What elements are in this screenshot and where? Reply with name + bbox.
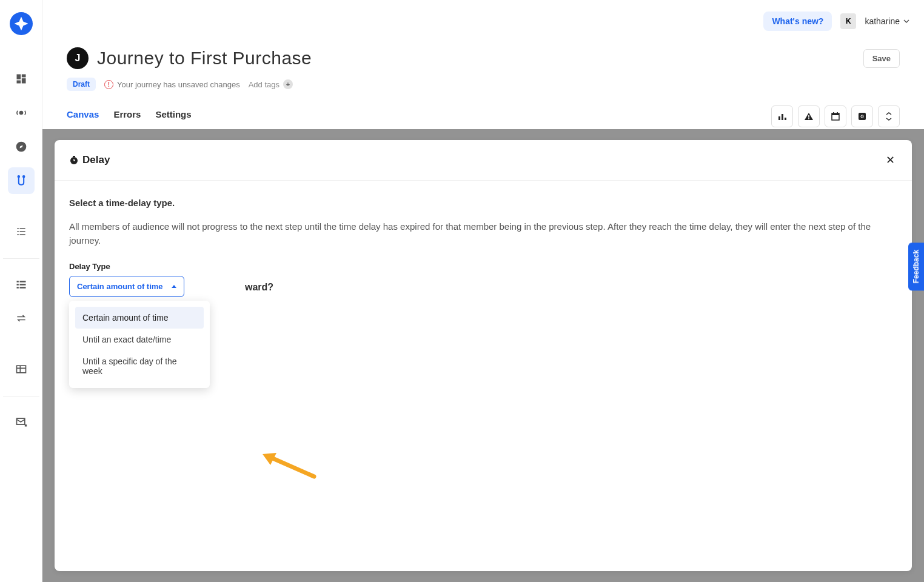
tool-collapse[interactable] <box>878 105 900 127</box>
svg-rect-16 <box>778 116 780 120</box>
nav-compass[interactable] <box>8 133 35 160</box>
page-header: J Journey to First Purchase Save Draft !… <box>42 42 924 130</box>
svg-rect-3 <box>16 81 21 84</box>
tab-errors[interactable]: Errors <box>113 109 141 127</box>
delay-type-label: Delay Type <box>69 262 897 271</box>
plus-icon: + <box>283 79 293 89</box>
nav-journeys[interactable] <box>8 167 35 194</box>
topbar: What's new? K katharine <box>42 0 924 42</box>
user-menu[interactable]: katharine <box>865 16 909 26</box>
canvas-toolbar <box>771 105 900 130</box>
warning-triangle-icon <box>804 112 814 121</box>
delay-panel: Delay ✕ Select a time-delay type. All me… <box>55 140 912 571</box>
canvas-area: Delay ✕ Select a time-delay type. All me… <box>42 129 924 582</box>
svg-point-6 <box>18 176 19 178</box>
nav-broadcast[interactable] <box>8 99 35 126</box>
svg-rect-28 <box>73 156 75 157</box>
nav-divider <box>3 258 39 259</box>
tool-calendar[interactable] <box>825 105 846 127</box>
app-logo[interactable] <box>10 12 33 35</box>
sidebar <box>0 0 42 582</box>
svg-rect-22 <box>832 113 839 115</box>
svg-rect-9 <box>19 281 25 283</box>
svg-rect-13 <box>19 287 25 289</box>
panel-prompt: Select a time-delay type. <box>69 198 897 208</box>
panel-title-text: Delay <box>82 154 110 166</box>
user-name-label: katharine <box>865 16 900 26</box>
unsaved-text: Your journey has unsaved changes <box>117 80 240 89</box>
tabs: Canvas Errors Settings <box>67 109 192 127</box>
nav-list-1[interactable] <box>8 218 35 245</box>
panel-title: Delay <box>69 154 110 166</box>
svg-rect-20 <box>808 118 809 119</box>
dropdown-option-2[interactable]: Until a specific day of the week <box>75 350 204 382</box>
nav-dashboard[interactable] <box>8 65 35 92</box>
dropdown-option-1[interactable]: Until an exact date/time <box>75 329 204 350</box>
tool-stats[interactable] <box>771 105 793 127</box>
svg-rect-18 <box>785 118 786 120</box>
feedback-tab[interactable]: Feedback <box>908 242 924 290</box>
svg-rect-1 <box>21 75 25 78</box>
delay-type-dropdown: Certain amount of time Until an exact da… <box>69 301 210 388</box>
svg-point-7 <box>22 176 24 178</box>
unsaved-warning: ! Your journey has unsaved changes <box>104 80 240 89</box>
panel-description: All members of audience will not progres… <box>69 220 897 247</box>
whats-new-button[interactable]: What's new? <box>763 12 832 31</box>
add-tags-button[interactable]: Add tags + <box>249 79 293 89</box>
draft-badge: Draft <box>67 78 96 91</box>
stopwatch-icon <box>69 155 79 165</box>
caret-up-icon <box>172 285 176 288</box>
journey-badge: J <box>67 47 89 69</box>
svg-rect-24 <box>837 112 839 114</box>
dropdown-option-0[interactable]: Certain amount of time <box>75 307 204 329</box>
collapse-icon <box>884 112 894 121</box>
add-tags-label: Add tags <box>249 80 280 89</box>
nav-mail[interactable] <box>8 409 35 435</box>
svg-rect-10 <box>16 284 18 286</box>
delay-type-value: Certain amount of time <box>77 282 163 291</box>
svg-rect-14 <box>16 366 25 373</box>
nav-list-2[interactable] <box>8 271 35 298</box>
svg-rect-11 <box>19 284 25 286</box>
close-button[interactable]: ✕ <box>883 151 897 169</box>
export-icon <box>857 112 867 121</box>
nav-divider-2 <box>3 396 39 396</box>
tool-warning[interactable] <box>798 105 820 127</box>
page-title: Journey to First Purchase <box>97 48 312 69</box>
chevron-down-icon <box>903 18 909 24</box>
tool-export[interactable] <box>851 105 873 127</box>
bar-chart-icon <box>777 112 787 121</box>
obscured-question-fragment: ward? <box>245 276 273 299</box>
svg-rect-23 <box>833 112 834 114</box>
warning-icon: ! <box>104 80 113 89</box>
svg-rect-0 <box>16 75 21 79</box>
user-avatar[interactable]: K <box>840 13 856 29</box>
svg-rect-17 <box>782 114 783 120</box>
tab-settings[interactable]: Settings <box>155 109 191 127</box>
nav-swap[interactable] <box>8 305 35 332</box>
svg-rect-12 <box>16 287 18 289</box>
tab-canvas[interactable]: Canvas <box>67 109 99 127</box>
delay-type-select[interactable]: Certain amount of time <box>69 276 184 297</box>
svg-rect-19 <box>808 115 809 118</box>
svg-point-4 <box>19 112 22 115</box>
main-area: What's new? K katharine J Journey to Fir… <box>42 0 924 582</box>
calendar-icon <box>831 112 840 121</box>
svg-rect-2 <box>21 78 25 83</box>
save-button[interactable]: Save <box>863 49 900 68</box>
svg-rect-8 <box>16 281 18 283</box>
nav-table[interactable] <box>8 356 35 383</box>
